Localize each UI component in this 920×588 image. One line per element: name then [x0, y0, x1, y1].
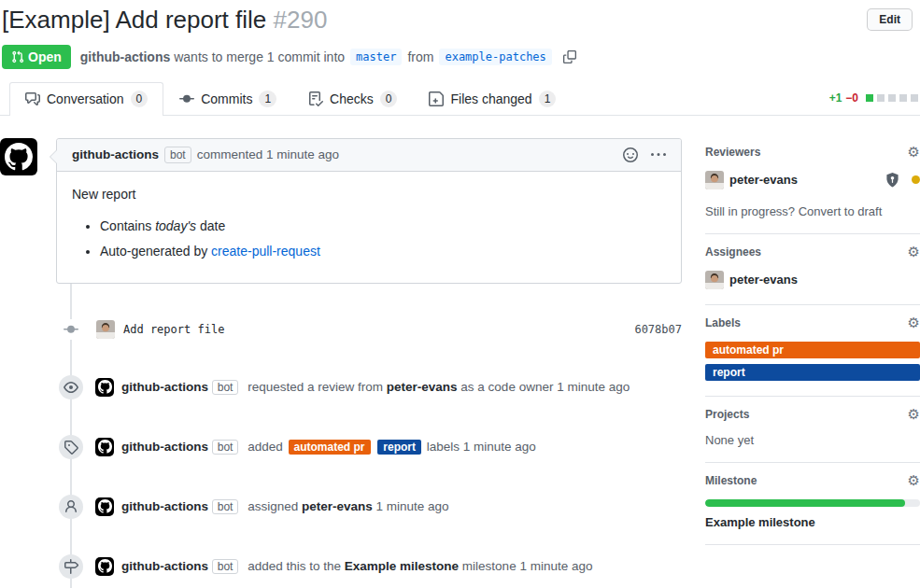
edit-button[interactable]: Edit	[867, 8, 913, 31]
draft-hint: Still in progress? Convert to draft	[705, 204, 920, 218]
assignees-header[interactable]: Assignees ⚙	[705, 245, 920, 259]
file-diff-icon	[429, 91, 444, 106]
section-title: Milestone	[705, 474, 757, 487]
gear-icon[interactable]: ⚙	[908, 474, 920, 488]
milestone-name[interactable]: Example milestone	[705, 515, 920, 529]
avatar[interactable]	[705, 271, 724, 289]
tab-files-changed[interactable]: Files changed 1	[413, 82, 572, 115]
comment-author[interactable]: github-actions	[72, 147, 159, 161]
diff-deletions: −0	[845, 91, 858, 105]
merge-text: wants to merge 1 commit into	[174, 49, 345, 64]
diffstat[interactable]: +1 −0	[829, 91, 918, 105]
timeline-column: github-actions bot commented 1 minute ag…	[0, 138, 682, 588]
comment-discussion-icon	[25, 91, 40, 106]
label-report[interactable]: report	[377, 440, 421, 455]
diff-additions: +1	[829, 91, 842, 105]
pull-request-icon	[11, 50, 24, 63]
bullet-text: date	[196, 218, 225, 233]
section-title: Assignees	[705, 245, 761, 259]
section-title: Projects	[705, 408, 749, 421]
avatar[interactable]	[95, 378, 114, 397]
reviewer-name[interactable]: peter-evans	[729, 173, 798, 187]
projects-empty-text: None yet	[705, 433, 920, 447]
copy-branch-icon[interactable]	[563, 50, 576, 63]
create-pull-request-link[interactable]: create-pull-request	[211, 244, 320, 259]
tab-commits[interactable]: Commits 1	[163, 82, 292, 115]
review-status	[885, 173, 920, 188]
event-target[interactable]: Example milestone	[345, 559, 459, 573]
milestone-progress-fill	[705, 499, 905, 507]
shield-key-icon	[885, 173, 899, 188]
event-text-part: labels 1 minute ago	[427, 440, 536, 454]
avatar[interactable]	[96, 320, 115, 339]
milestone-icon	[59, 554, 83, 579]
pr-tab-bar: Conversation 0 Commits 1 Checks 0 Files …	[0, 82, 920, 116]
comment-header: github-actions bot commented 1 minute ag…	[57, 139, 681, 172]
head-branch[interactable]: example-patches	[439, 49, 551, 65]
kebab-menu-icon[interactable]	[651, 147, 666, 162]
event-text-part: requested a review from	[248, 380, 387, 394]
avatar[interactable]	[0, 138, 37, 175]
state-label: Open	[28, 49, 62, 64]
assignee-row: peter-evans	[705, 271, 920, 289]
avatar[interactable]	[95, 438, 114, 456]
assignee-name[interactable]: peter-evans	[729, 273, 798, 287]
base-branch[interactable]: master	[350, 49, 402, 65]
projects-header[interactable]: Projects ⚙	[705, 408, 920, 422]
issue-comment: github-actions bot commented 1 minute ag…	[56, 138, 682, 284]
tab-label: Checks	[330, 91, 374, 106]
gear-icon[interactable]: ⚙	[908, 245, 920, 259]
gear-icon[interactable]: ⚙	[908, 316, 920, 330]
pr-author[interactable]: github-actions	[80, 49, 170, 64]
label-automated-pr[interactable]: automated pr	[705, 342, 920, 358]
event-target[interactable]: peter-evans	[302, 499, 373, 513]
bot-badge: bot	[164, 147, 191, 163]
tab-checks[interactable]: Checks 0	[292, 82, 413, 115]
avatar[interactable]	[705, 171, 724, 189]
event-text: github-actions bot added this to the Exa…	[121, 557, 592, 576]
event-actor[interactable]: github-actions	[121, 440, 208, 454]
pr-meta: Open github-actions wants to merge 1 com…	[2, 45, 920, 69]
event-target[interactable]: peter-evans	[387, 380, 458, 394]
sidebar: Reviewers ⚙ peter-evans Still in progres…	[705, 138, 920, 588]
event-text: github-actions bot assigned peter-evans …	[121, 497, 449, 516]
label-report[interactable]: report	[705, 364, 920, 381]
bullet-emphasis: today's	[155, 218, 196, 233]
event-text-part: as a code owner 1 minute ago	[458, 380, 630, 394]
git-commit-icon	[64, 319, 78, 340]
bot-badge: bot	[212, 380, 239, 395]
pr-number: #290	[274, 6, 328, 34]
eye-icon	[59, 375, 83, 399]
gear-icon[interactable]: ⚙	[908, 146, 920, 160]
comment-list: Contains today's date Auto-generated by …	[72, 217, 666, 262]
pr-title-text: [Example] Add report file	[2, 6, 266, 34]
state-badge: Open	[2, 45, 71, 69]
milestone-header[interactable]: Milestone ⚙	[705, 474, 920, 488]
event-text: github-actions bot added automated pr re…	[121, 438, 536, 456]
avatar[interactable]	[95, 557, 114, 576]
convert-to-draft-link[interactable]: Convert to draft	[799, 204, 883, 218]
smiley-icon[interactable]	[623, 147, 638, 162]
label-automated-pr[interactable]: automated pr	[289, 440, 371, 455]
event-actor[interactable]: github-actions	[121, 499, 208, 513]
pending-review-dot	[912, 175, 920, 184]
event-actor[interactable]: github-actions	[121, 380, 208, 394]
tab-count: 1	[539, 91, 557, 107]
reviewers-header[interactable]: Reviewers ⚙	[705, 146, 920, 160]
avatar[interactable]	[95, 497, 114, 516]
bot-badge: bot	[212, 559, 239, 574]
main-content: github-actions bot commented 1 minute ag…	[0, 138, 920, 588]
commit-message[interactable]: Add report file	[123, 323, 224, 336]
timeline-event-assigned: github-actions bot assigned peter-evans …	[0, 495, 682, 519]
comment-body: New report Contains today's date Auto-ge…	[57, 172, 681, 283]
gear-icon[interactable]: ⚙	[908, 408, 920, 422]
tab-conversation[interactable]: Conversation 0	[9, 82, 163, 116]
pr-header: [Example] Add report file #290 Edit	[0, 0, 920, 35]
event-actor[interactable]: github-actions	[121, 559, 208, 573]
event-text-part: 1 minute ago	[373, 499, 449, 513]
labels-header[interactable]: Labels ⚙	[705, 316, 920, 330]
hint-text: Still in progress?	[705, 204, 799, 218]
commit-row: Add report file 6078b07	[0, 319, 682, 340]
diff-block-neutral	[888, 94, 896, 102]
commit-sha[interactable]: 6078b07	[634, 323, 682, 336]
